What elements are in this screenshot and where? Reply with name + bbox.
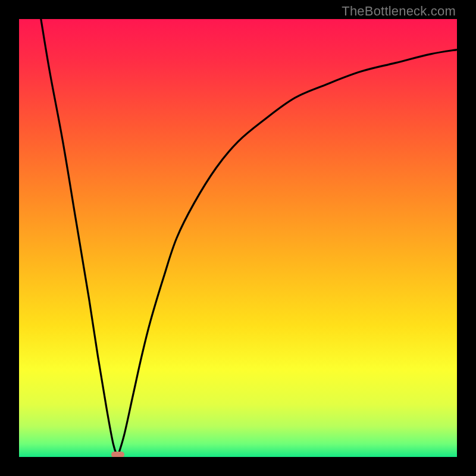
watermark-text: TheBottleneck.com xyxy=(342,4,456,19)
right-branch xyxy=(118,50,457,457)
minimum-marker xyxy=(111,452,124,457)
bottleneck-curve xyxy=(19,19,457,457)
left-branch xyxy=(41,19,118,457)
chart-frame: TheBottleneck.com xyxy=(0,0,476,476)
plot-area xyxy=(19,19,457,457)
